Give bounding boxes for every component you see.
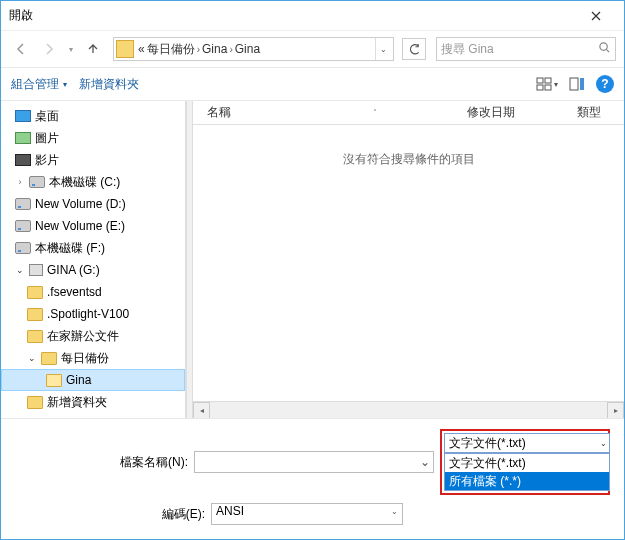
- breadcrumb-seg[interactable]: 每日備份: [147, 41, 195, 58]
- column-name[interactable]: 名稱˄: [207, 104, 467, 121]
- back-button[interactable]: [9, 37, 33, 61]
- help-icon: ?: [601, 77, 608, 91]
- tree-item-drive-d[interactable]: New Volume (D:): [1, 193, 185, 215]
- tree-item-drive-f[interactable]: 本機磁碟 (F:): [1, 237, 185, 259]
- splitter[interactable]: [186, 101, 193, 418]
- tree-item-videos[interactable]: 影片: [1, 149, 185, 171]
- chevron-down-icon: ⌄: [600, 439, 607, 448]
- tree-item-daily[interactable]: ⌄每日備份: [1, 347, 185, 369]
- view-button[interactable]: ▾: [536, 74, 558, 94]
- breadcrumb[interactable]: « 每日備份 › Gina › Gina ⌄: [113, 37, 394, 61]
- h-scrollbar[interactable]: ◂ ▸: [193, 401, 624, 418]
- newfolder-button[interactable]: 新增資料夾: [79, 76, 139, 93]
- collapse-icon[interactable]: ⌄: [27, 353, 37, 363]
- collapse-icon[interactable]: ⌄: [15, 265, 25, 275]
- tree-item-office[interactable]: 在家辦公文件: [1, 325, 185, 347]
- videos-icon: [15, 154, 31, 166]
- filetype-dropdown-list: 文字文件(*.txt) 所有檔案 (*.*): [444, 453, 610, 491]
- drive-icon: [29, 176, 45, 188]
- column-type[interactable]: 類型: [577, 104, 601, 121]
- drive-icon: [15, 242, 31, 254]
- tree-item-desktop[interactable]: 桌面: [1, 105, 185, 127]
- breadcrumb-prefix: «: [138, 42, 145, 56]
- view-icon: [536, 77, 552, 91]
- tree-item-gina[interactable]: Gina: [1, 369, 185, 391]
- folder-tree[interactable]: 桌面 圖片 影片 ›本機磁碟 (C:) New Volume (D:) New …: [1, 101, 186, 418]
- forward-button[interactable]: [37, 37, 61, 61]
- svg-rect-3: [537, 85, 543, 90]
- recent-button[interactable]: ▾: [65, 37, 77, 61]
- tree-item-drive-g[interactable]: ⌄GINA (G:): [1, 259, 185, 281]
- search-icon: [598, 41, 611, 57]
- pictures-icon: [15, 132, 31, 144]
- chevron-down-icon: ⌄: [391, 507, 398, 516]
- tree-item-newfolder[interactable]: 新增資料夾: [1, 391, 185, 413]
- chevron-down-icon: ⌄: [380, 45, 387, 54]
- filetype-highlight-box: 文字文件(*.txt) ⌄ 文字文件(*.txt) 所有檔案 (*.*): [440, 429, 610, 495]
- help-button[interactable]: ?: [596, 75, 614, 93]
- preview-button[interactable]: [566, 74, 588, 94]
- newfolder-label: 新增資料夾: [79, 76, 139, 93]
- arrow-left-icon: [14, 42, 28, 56]
- drive-icon: [15, 198, 31, 210]
- folder-icon: [27, 308, 43, 321]
- tree-item-drive-e[interactable]: New Volume (E:): [1, 215, 185, 237]
- tree-item-fsevents[interactable]: .fseventsd: [1, 281, 185, 303]
- refresh-button[interactable]: [402, 38, 426, 60]
- organize-menu[interactable]: 組合管理 ▾: [11, 76, 67, 93]
- empty-message: 沒有符合搜尋條件的項目: [193, 125, 624, 401]
- folder-icon: [116, 40, 134, 58]
- window-title: 開啟: [9, 7, 576, 24]
- chevron-down-icon: ▾: [69, 45, 73, 54]
- desktop-icon: [15, 110, 31, 122]
- filename-dropdown[interactable]: ⌄: [417, 452, 433, 472]
- encoding-select[interactable]: ANSI ⌄: [211, 503, 403, 525]
- filetype-select[interactable]: 文字文件(*.txt) ⌄: [444, 433, 610, 453]
- chevron-down-icon: ⌄: [420, 455, 430, 469]
- search-placeholder: 搜尋 Gina: [441, 41, 494, 58]
- close-button[interactable]: [576, 2, 616, 30]
- scroll-right-icon[interactable]: ▸: [607, 402, 624, 419]
- filetype-option[interactable]: 文字文件(*.txt): [445, 454, 609, 472]
- chevron-right-icon: ›: [229, 44, 232, 55]
- svg-rect-5: [570, 78, 578, 90]
- breadcrumb-dropdown[interactable]: ⌄: [375, 38, 391, 60]
- svg-point-0: [600, 43, 607, 50]
- drive-icon: [15, 220, 31, 232]
- scroll-left-icon[interactable]: ◂: [193, 402, 210, 419]
- arrow-up-icon: [86, 42, 100, 56]
- filename-label: 檔案名稱(N):: [15, 454, 188, 471]
- up-button[interactable]: [81, 37, 105, 61]
- encoding-label: 編碼(E):: [15, 506, 205, 523]
- svg-rect-1: [537, 78, 543, 83]
- arrow-right-icon: [42, 42, 56, 56]
- tree-item-drive-c[interactable]: ›本機磁碟 (C:): [1, 171, 185, 193]
- folder-icon: [27, 286, 43, 299]
- folder-icon: [27, 330, 43, 343]
- chevron-down-icon: ▾: [554, 80, 558, 89]
- folder-open-icon: [46, 374, 62, 387]
- svg-rect-6: [580, 78, 584, 90]
- breadcrumb-seg[interactable]: Gina: [235, 42, 260, 56]
- filename-input[interactable]: [194, 451, 434, 473]
- chevron-down-icon: ▾: [63, 80, 67, 89]
- chevron-right-icon: ›: [197, 44, 200, 55]
- folder-icon: [27, 396, 43, 409]
- filetype-option[interactable]: 所有檔案 (*.*): [445, 472, 609, 490]
- svg-rect-4: [545, 85, 551, 90]
- preview-icon: [569, 77, 585, 91]
- sort-indicator-icon: ˄: [373, 108, 377, 117]
- column-date[interactable]: 修改日期: [467, 104, 577, 121]
- svg-rect-2: [545, 78, 551, 83]
- organize-label: 組合管理: [11, 76, 59, 93]
- breadcrumb-seg[interactable]: Gina: [202, 42, 227, 56]
- folder-icon: [41, 352, 57, 365]
- close-icon: [591, 11, 601, 21]
- search-input[interactable]: 搜尋 Gina: [436, 37, 616, 61]
- tree-item-spotlight[interactable]: .Spotlight-V100: [1, 303, 185, 325]
- usb-icon: [29, 264, 43, 276]
- expand-icon[interactable]: ›: [15, 177, 25, 187]
- refresh-icon: [408, 43, 421, 56]
- tree-item-pictures[interactable]: 圖片: [1, 127, 185, 149]
